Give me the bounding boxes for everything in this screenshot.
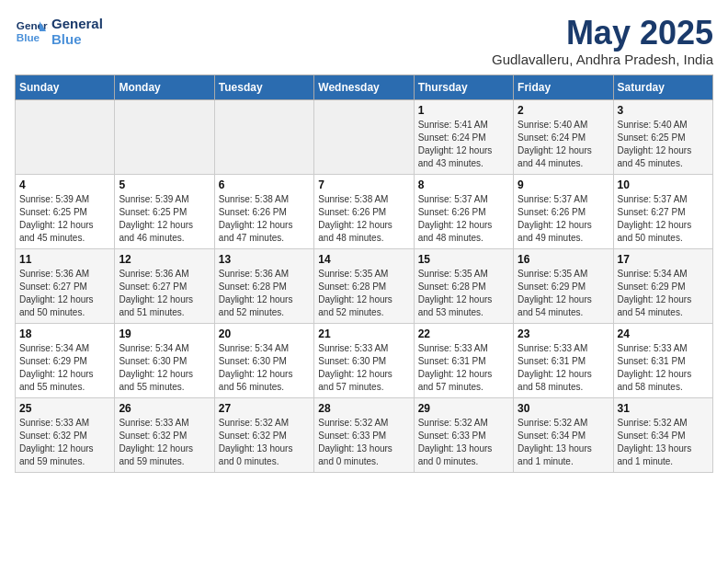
calendar-cell: 19Sunrise: 5:34 AM Sunset: 6:30 PM Dayli… — [115, 323, 214, 397]
cell-content: Sunrise: 5:35 AM Sunset: 6:29 PM Dayligh… — [518, 268, 609, 319]
day-header-saturday: Saturday — [613, 75, 712, 99]
calendar-cell: 10Sunrise: 5:37 AM Sunset: 6:27 PM Dayli… — [613, 174, 712, 248]
calendar-cell: 12Sunrise: 5:36 AM Sunset: 6:27 PM Dayli… — [115, 248, 214, 323]
day-number: 13 — [219, 253, 310, 266]
calendar-cell: 8Sunrise: 5:37 AM Sunset: 6:26 PM Daylig… — [414, 174, 513, 248]
day-number: 16 — [518, 253, 609, 266]
calendar-cell: 26Sunrise: 5:33 AM Sunset: 6:32 PM Dayli… — [115, 397, 214, 472]
logo-line2: Blue — [51, 31, 103, 47]
day-number: 28 — [318, 402, 409, 415]
day-number: 14 — [318, 253, 409, 266]
calendar-cell: 18Sunrise: 5:34 AM Sunset: 6:29 PM Dayli… — [16, 323, 115, 397]
day-number: 18 — [19, 327, 110, 340]
day-number: 23 — [518, 327, 609, 340]
cell-content: Sunrise: 5:32 AM Sunset: 6:33 PM Dayligh… — [318, 417, 409, 468]
cell-content: Sunrise: 5:33 AM Sunset: 6:30 PM Dayligh… — [318, 342, 409, 394]
cell-content: Sunrise: 5:33 AM Sunset: 6:32 PM Dayligh… — [19, 417, 110, 468]
day-number: 31 — [618, 402, 709, 415]
calendar-cell: 20Sunrise: 5:34 AM Sunset: 6:30 PM Dayli… — [214, 323, 313, 397]
cell-content: Sunrise: 5:33 AM Sunset: 6:31 PM Dayligh… — [618, 342, 709, 394]
cell-content: Sunrise: 5:32 AM Sunset: 6:32 PM Dayligh… — [219, 417, 310, 468]
calendar-cell: 24Sunrise: 5:33 AM Sunset: 6:31 PM Dayli… — [613, 323, 712, 397]
calendar-table: SundayMondayTuesdayWednesdayThursdayFrid… — [15, 75, 713, 473]
calendar-cell: 3Sunrise: 5:40 AM Sunset: 6:25 PM Daylig… — [613, 99, 712, 174]
day-number: 6 — [219, 178, 310, 191]
day-number: 7 — [318, 178, 409, 191]
day-number: 12 — [119, 253, 210, 266]
day-number: 3 — [618, 104, 709, 117]
day-number: 30 — [518, 402, 609, 415]
calendar-cell: 22Sunrise: 5:33 AM Sunset: 6:31 PM Dayli… — [414, 323, 513, 397]
cell-content: Sunrise: 5:34 AM Sunset: 6:30 PM Dayligh… — [219, 342, 310, 394]
calendar-cell — [16, 99, 115, 174]
cell-content: Sunrise: 5:35 AM Sunset: 6:28 PM Dayligh… — [318, 268, 409, 319]
cell-content: Sunrise: 5:35 AM Sunset: 6:28 PM Dayligh… — [418, 268, 509, 319]
cell-content: Sunrise: 5:32 AM Sunset: 6:33 PM Dayligh… — [418, 417, 509, 468]
cell-content: Sunrise: 5:33 AM Sunset: 6:31 PM Dayligh… — [418, 342, 509, 394]
calendar-cell — [214, 99, 313, 174]
day-number: 4 — [19, 178, 110, 191]
day-number: 1 — [418, 104, 509, 117]
day-header-sunday: Sunday — [16, 75, 115, 99]
cell-content: Sunrise: 5:34 AM Sunset: 6:29 PM Dayligh… — [618, 268, 709, 319]
cell-content: Sunrise: 5:37 AM Sunset: 6:26 PM Dayligh… — [518, 193, 609, 245]
day-number: 8 — [418, 178, 509, 191]
calendar-cell: 29Sunrise: 5:32 AM Sunset: 6:33 PM Dayli… — [414, 397, 513, 472]
cell-content: Sunrise: 5:38 AM Sunset: 6:26 PM Dayligh… — [219, 193, 310, 245]
logo-icon: General Blue — [15, 15, 48, 48]
day-number: 24 — [618, 327, 709, 340]
day-number: 11 — [19, 253, 110, 266]
cell-content: Sunrise: 5:41 AM Sunset: 6:24 PM Dayligh… — [418, 119, 509, 170]
day-number: 29 — [418, 402, 509, 415]
day-number: 22 — [418, 327, 509, 340]
calendar-cell: 21Sunrise: 5:33 AM Sunset: 6:30 PM Dayli… — [314, 323, 414, 397]
day-number: 5 — [119, 178, 210, 191]
day-header-friday: Friday — [514, 75, 613, 99]
cell-content: Sunrise: 5:36 AM Sunset: 6:27 PM Dayligh… — [19, 268, 110, 319]
calendar-cell — [115, 99, 214, 174]
calendar-cell: 9Sunrise: 5:37 AM Sunset: 6:26 PM Daylig… — [514, 174, 613, 248]
cell-content: Sunrise: 5:33 AM Sunset: 6:31 PM Dayligh… — [518, 342, 609, 394]
calendar-cell: 16Sunrise: 5:35 AM Sunset: 6:29 PM Dayli… — [514, 248, 613, 323]
title-area: May 2025 Gudlavalleru, Andhra Pradesh, I… — [492, 15, 713, 67]
cell-content: Sunrise: 5:32 AM Sunset: 6:34 PM Dayligh… — [618, 417, 709, 468]
svg-text:Blue: Blue — [17, 31, 40, 43]
subtitle: Gudlavalleru, Andhra Pradesh, India — [492, 52, 713, 67]
day-number: 19 — [119, 327, 210, 340]
calendar-cell: 28Sunrise: 5:32 AM Sunset: 6:33 PM Dayli… — [314, 397, 414, 472]
day-number: 9 — [518, 178, 609, 191]
calendar-cell: 14Sunrise: 5:35 AM Sunset: 6:28 PM Dayli… — [314, 248, 414, 323]
day-number: 21 — [318, 327, 409, 340]
calendar-cell: 2Sunrise: 5:40 AM Sunset: 6:24 PM Daylig… — [514, 99, 613, 174]
cell-content: Sunrise: 5:37 AM Sunset: 6:26 PM Dayligh… — [418, 193, 509, 245]
cell-content: Sunrise: 5:34 AM Sunset: 6:29 PM Dayligh… — [19, 342, 110, 394]
logo: General Blue General Blue — [15, 15, 103, 48]
day-number: 26 — [119, 402, 210, 415]
calendar-cell: 4Sunrise: 5:39 AM Sunset: 6:25 PM Daylig… — [16, 174, 115, 248]
day-number: 2 — [518, 104, 609, 117]
main-title: May 2025 — [492, 15, 713, 52]
cell-content: Sunrise: 5:36 AM Sunset: 6:27 PM Dayligh… — [119, 268, 210, 319]
day-header-wednesday: Wednesday — [314, 75, 414, 99]
cell-content: Sunrise: 5:34 AM Sunset: 6:30 PM Dayligh… — [119, 342, 210, 394]
calendar-cell: 7Sunrise: 5:38 AM Sunset: 6:26 PM Daylig… — [314, 174, 414, 248]
day-header-thursday: Thursday — [414, 75, 513, 99]
cell-content: Sunrise: 5:37 AM Sunset: 6:27 PM Dayligh… — [618, 193, 709, 245]
day-number: 25 — [19, 402, 110, 415]
calendar-cell: 15Sunrise: 5:35 AM Sunset: 6:28 PM Dayli… — [414, 248, 513, 323]
calendar-cell: 25Sunrise: 5:33 AM Sunset: 6:32 PM Dayli… — [16, 397, 115, 472]
day-number: 10 — [618, 178, 709, 191]
calendar-cell: 31Sunrise: 5:32 AM Sunset: 6:34 PM Dayli… — [613, 397, 712, 472]
calendar-cell: 23Sunrise: 5:33 AM Sunset: 6:31 PM Dayli… — [514, 323, 613, 397]
cell-content: Sunrise: 5:40 AM Sunset: 6:24 PM Dayligh… — [518, 119, 609, 170]
cell-content: Sunrise: 5:38 AM Sunset: 6:26 PM Dayligh… — [318, 193, 409, 245]
calendar-cell: 30Sunrise: 5:32 AM Sunset: 6:34 PM Dayli… — [514, 397, 613, 472]
cell-content: Sunrise: 5:33 AM Sunset: 6:32 PM Dayligh… — [119, 417, 210, 468]
day-header-monday: Monday — [115, 75, 214, 99]
header: General Blue General Blue May 2025 Gudla… — [15, 15, 713, 67]
day-header-tuesday: Tuesday — [214, 75, 313, 99]
day-number: 20 — [219, 327, 310, 340]
calendar-cell: 11Sunrise: 5:36 AM Sunset: 6:27 PM Dayli… — [16, 248, 115, 323]
calendar-cell: 13Sunrise: 5:36 AM Sunset: 6:28 PM Dayli… — [214, 248, 313, 323]
cell-content: Sunrise: 5:36 AM Sunset: 6:28 PM Dayligh… — [219, 268, 310, 319]
